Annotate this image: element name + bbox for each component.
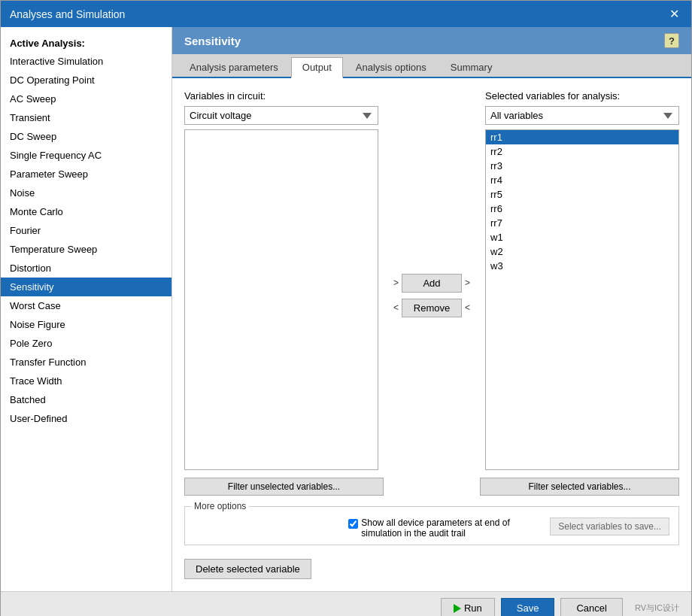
remove-arrow-left: <: [393, 302, 399, 313]
more-options-section: More options Show all device parameters …: [184, 506, 679, 545]
sidebar-item-parameter-sweep[interactable]: Parameter Sweep: [1, 165, 171, 184]
sidebar-item-noise[interactable]: Noise: [1, 184, 171, 202]
list-item[interactable]: rr1: [486, 130, 678, 144]
remove-arrow-right: <: [465, 302, 470, 313]
close-button[interactable]: ✕: [666, 7, 682, 21]
filter-unselected-button[interactable]: Filter unselected variables...: [184, 478, 384, 496]
sidebar-item-user-defined[interactable]: User-Defined: [1, 409, 171, 428]
show-device-params-checkbox-label[interactable]: Show all device parameters at end of sim…: [348, 517, 544, 539]
list-item[interactable]: w3: [486, 259, 678, 273]
variables-row: Variables in circuit: Circuit voltage Ci…: [184, 90, 679, 470]
remove-row: < Remove <: [393, 299, 470, 317]
main-content: Sensitivity ? Analysis parameters Output…: [172, 27, 691, 591]
list-item[interactable]: rr4: [486, 173, 678, 187]
content-header: Sensitivity ?: [172, 27, 691, 54]
add-button[interactable]: Add: [402, 274, 462, 293]
unselected-variables-list[interactable]: [184, 129, 378, 470]
show-device-params-text: Show all device parameters at end of sim…: [361, 517, 544, 539]
sidebar-item-single-frequency-ac[interactable]: Single Frequency AC: [1, 146, 171, 165]
sidebar-item-transfer-function[interactable]: Transfer Function: [1, 353, 171, 372]
active-analysis-label: Active Analysis:: [1, 33, 171, 52]
sidebar-item-ac-sweep[interactable]: AC Sweep: [1, 90, 171, 108]
dialog-body: Active Analysis: Interactive Simulation …: [1, 27, 691, 591]
title-bar: Analyses and Simulation ✕: [1, 1, 691, 27]
tab-analysis-parameters[interactable]: Analysis parameters: [178, 57, 290, 77]
tab-content-output: Variables in circuit: Circuit voltage Ci…: [172, 78, 691, 591]
more-options-legend: More options: [191, 501, 249, 511]
show-device-params-checkbox[interactable]: [348, 519, 358, 529]
selected-variables-list[interactable]: rr1 rr2 rr3 rr4 rr5 rr6 rr7 w1 w2 w3: [485, 129, 679, 470]
sidebar-item-transient[interactable]: Transient: [1, 108, 171, 127]
sidebar-item-noise-figure[interactable]: Noise Figure: [1, 315, 171, 334]
help-icon[interactable]: ?: [664, 33, 679, 48]
add-remove-controls: > Add > < Remove <: [390, 120, 473, 470]
sidebar-item-dc-operating-point[interactable]: DC Operating Point: [1, 71, 171, 90]
filter-selected-button[interactable]: Filter selected variables...: [480, 478, 679, 496]
more-options-inner: Show all device parameters at end of sim…: [194, 513, 669, 539]
variables-in-circuit-label: Variables in circuit:: [184, 90, 378, 102]
tab-output[interactable]: Output: [291, 57, 343, 78]
unselected-variables-col: Variables in circuit: Circuit voltage Ci…: [184, 90, 378, 470]
filter-right-col: Filter selected variables...: [480, 478, 679, 496]
sidebar-item-distortion[interactable]: Distortion: [1, 259, 171, 278]
sidebar-item-monte-carlo[interactable]: Monte Carlo: [1, 202, 171, 221]
section-title: Sensitivity: [184, 35, 241, 47]
filter-left-col: Filter unselected variables...: [184, 478, 384, 496]
sidebar-item-sensitivity[interactable]: Sensitivity: [1, 278, 171, 296]
select-variables-to-save-button[interactable]: Select variables to save...: [550, 517, 669, 536]
sidebar-item-dc-sweep[interactable]: DC Sweep: [1, 127, 171, 146]
sidebar-item-interactive-simulation[interactable]: Interactive Simulation: [1, 52, 171, 71]
list-item[interactable]: rr3: [486, 159, 678, 173]
selected-variables-col: Selected variables for analysis: All var…: [485, 90, 679, 470]
watermark: RV与IC设计: [635, 602, 679, 614]
tabs-bar: Analysis parameters Output Analysis opti…: [172, 54, 691, 78]
dialog-title: Analyses and Simulation: [10, 8, 125, 20]
dialog-footer: Run Save Cancel RV与IC设计: [1, 591, 691, 616]
cancel-button[interactable]: Cancel: [560, 598, 622, 616]
sidebar-item-temperature-sweep[interactable]: Temperature Sweep: [1, 240, 171, 259]
list-item[interactable]: rr6: [486, 202, 678, 216]
delete-variable-button[interactable]: Delete selected variable: [184, 559, 311, 579]
list-item[interactable]: rr7: [486, 216, 678, 230]
sidebar: Active Analysis: Interactive Simulation …: [1, 27, 172, 591]
add-arrow-left: >: [393, 278, 399, 288]
add-arrow-right: >: [465, 278, 470, 288]
sidebar-item-pole-zero[interactable]: Pole Zero: [1, 334, 171, 353]
tab-analysis-options[interactable]: Analysis options: [344, 57, 438, 77]
run-button[interactable]: Run: [441, 598, 495, 616]
list-item[interactable]: w1: [486, 230, 678, 244]
bottom-row: Delete selected variable: [184, 559, 679, 579]
list-item[interactable]: w2: [486, 244, 678, 259]
variables-in-circuit-dropdown[interactable]: Circuit voltage Circuit current Device c…: [184, 106, 378, 125]
run-label: Run: [464, 602, 482, 614]
add-remove-spacer: [396, 478, 468, 496]
list-item[interactable]: rr5: [486, 187, 678, 202]
sidebar-item-worst-case[interactable]: Worst Case: [1, 296, 171, 315]
sidebar-item-batched[interactable]: Batched: [1, 390, 171, 409]
remove-button[interactable]: Remove: [402, 299, 462, 317]
sidebar-item-fourier[interactable]: Fourier: [1, 221, 171, 240]
filter-buttons-row: Filter unselected variables... Filter se…: [184, 478, 679, 496]
selected-variables-dropdown[interactable]: All variables Selected variables: [485, 106, 679, 125]
run-icon: [454, 604, 461, 613]
main-dialog: Analyses and Simulation ✕ Active Analysi…: [0, 0, 692, 616]
selected-variables-label: Selected variables for analysis:: [485, 90, 679, 102]
list-item[interactable]: rr2: [486, 144, 678, 159]
tab-summary[interactable]: Summary: [439, 57, 504, 77]
save-button[interactable]: Save: [501, 598, 555, 616]
add-row: > Add >: [393, 274, 470, 293]
sidebar-item-trace-width[interactable]: Trace Width: [1, 372, 171, 390]
